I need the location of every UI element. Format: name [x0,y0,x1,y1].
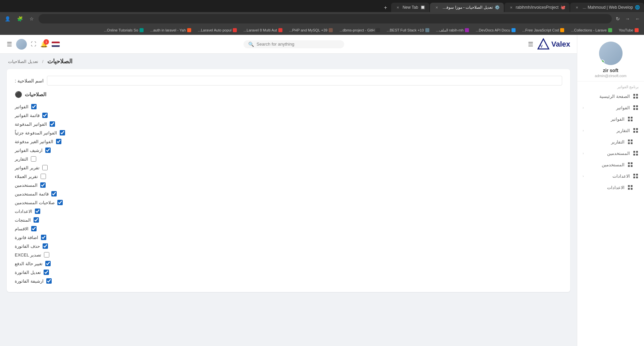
tab-favicon-0: 🌐 [635,5,640,10]
permission-label-0: الفواتير [15,104,29,109]
svg-rect-34 [628,188,630,190]
permission-checkbox-9[interactable] [40,182,46,188]
search-input[interactable] [257,42,339,47]
permission-checkbox-19[interactable] [44,270,49,275]
bookmark-button[interactable]: ☆ [28,15,36,23]
bookmark-fullstack[interactable]: 10+ BEST Full Stack... [384,27,432,33]
profile-button[interactable]: 👤 [3,15,12,23]
permission-checkbox-3[interactable] [60,130,65,135]
sidebar-item-settings[interactable]: الاعدادات [577,182,644,193]
sidebar-item-invoices-section[interactable]: الفواتير ‹ [577,102,644,113]
permission-checkbox-13[interactable] [34,217,39,223]
sidebar-item-users[interactable]: المستخدمين [577,159,644,170]
permission-checkbox-16[interactable] [43,243,48,249]
tab-label-0: Rabih Mahmoud | Web Develop... [582,5,633,10]
address-input[interactable]: 127.0.0.1:8000/roles/2/edit [39,14,612,23]
browser-tab-3[interactable]: 🔲 New Tab ✕ [391,3,429,12]
address-bar-area: ← → ↻ 127.0.0.1:8000/roles/2/edit ☆ 🧩 👤 [0,12,644,25]
permission-checkbox-5[interactable] [45,148,51,153]
tab-favicon-3: 🔲 [420,5,425,10]
permission-checkbox-0[interactable] [31,104,37,109]
bookmark-collections[interactable]: Collections - Larave... [568,27,614,33]
permission-checkbox-11[interactable] [57,200,63,205]
forward-button[interactable]: → [624,15,631,23]
back-button[interactable]: ← [634,15,641,23]
bookmark-laravelpopul[interactable]: Laravel Auto popul... [195,27,239,33]
permission-checkbox-20[interactable] [46,278,52,284]
bookmark-devdocs[interactable]: DevDocs API Docu... [473,27,518,33]
bookmark-php[interactable]: 39+ PHP and MySQL... [286,27,335,33]
permission-checkbox-2[interactable] [50,121,55,127]
permission-label-10: قائمة المستخدمين [15,191,49,196]
permission-checkbox-15[interactable] [41,235,46,240]
permissions-list: الفواتيرقائمة الفواتيرالفواتير المدفوعةا… [15,102,562,285]
settings-icon [627,184,633,190]
header-menu-icon[interactable]: ☰ [528,41,533,48]
bookmark-laravel8[interactable]: Laravel 8 Multi Aut... [241,27,285,33]
bookmark-js[interactable]: Free JavaScript Cod... [520,27,567,33]
sidebar-item-invoices[interactable]: الفواتير [577,113,644,125]
bookmark-icon-tutorials [140,28,144,32]
bookmark-youtube[interactable]: YouTube [616,27,641,33]
extensions-button[interactable]: 🧩 [15,15,25,23]
permission-checkbox-18[interactable] [45,261,51,266]
browser-tab-0[interactable]: 🌐 Rabih Mahmoud | Web Develop... ✕ [570,3,644,12]
deselect-all-button[interactable]: ⚫ [15,91,22,98]
svg-rect-15 [636,131,638,133]
tab-close-2[interactable]: ✕ [434,5,439,10]
reports-icon [627,139,633,145]
valex-logo-text: Valex [551,40,570,49]
permission-checkbox-10[interactable] [51,191,57,196]
svg-rect-35 [631,188,633,190]
sidebar-item-reports-label: التقارير [611,139,625,145]
browser-tab-2[interactable]: ⚙️ تعديل الصلاحيات - موزا سوفت للا... ✕ [430,3,504,12]
tab-favicon-2: ⚙️ [495,5,500,10]
hamburger-icon[interactable]: ☰ [7,41,12,48]
permission-item-7: تقرير الفواتير [15,163,562,172]
permission-checkbox-17[interactable] [44,252,49,257]
notification-badge: 1 [44,39,49,45]
permission-item-3: الفواتير المدفوعة جزئياً [15,128,562,137]
tab-close-1[interactable]: ✕ [508,5,514,10]
header-avatar[interactable] [16,39,27,50]
sidebar-item-home[interactable]: الصفحة الرئيسية [577,91,644,102]
permission-checkbox-6[interactable] [31,156,36,162]
bookmark-tutorials[interactable]: Online Tutorials So... [101,27,146,33]
svg-rect-9 [631,117,633,118]
reload-button[interactable]: ↻ [614,15,621,23]
svg-rect-13 [636,128,638,130]
notification-button[interactable]: 🔔 1 [40,41,48,48]
bookmark-icon-collections [608,28,612,32]
sidebar-item-reports-section[interactable]: التقارير ‹ [577,125,644,136]
bookmark-icon-auth [187,28,191,32]
new-tab-button[interactable]: + [381,3,390,12]
permission-checkbox-12[interactable] [35,209,40,214]
svg-rect-0 [633,94,635,96]
permission-checkbox-7[interactable] [42,165,48,170]
permission-checkbox-8[interactable] [41,174,46,179]
sidebar-item-users-section[interactable]: المستخدمين ‹ [577,148,644,159]
bookmark-rabih[interactable]: rabih-mh الملف... [433,27,472,33]
tab-close-0[interactable]: ✕ [574,5,580,10]
bookmark-auth[interactable]: auth in laravel - Yah... [148,27,194,33]
role-name-input[interactable]: user [47,76,562,85]
sidebar-item-settings-section[interactable]: الاعدادات ‹ [577,170,644,182]
permission-item-12: الاعدادات [15,207,562,216]
svg-rect-3 [636,97,638,99]
bookmark-icon-dbms [376,28,380,32]
bookmark-dbms[interactable]: dbms-project - GitH... [337,27,383,33]
permission-item-9: المستخدمين [15,181,562,189]
sidebar-item-reports-section-content: التقارير [616,127,639,133]
permission-checkbox-4[interactable] [56,139,61,144]
permission-checkbox-14[interactable] [31,226,37,231]
sidebar-item-reports[interactable]: التقارير [577,136,644,148]
permission-label-14: الاقسام [15,226,29,231]
permission-checkbox-1[interactable] [42,113,48,118]
tab-label-1: rabihmh/invoicesProject [516,5,558,10]
permission-item-20: ارشيفة الفاتورة [15,277,562,285]
svg-rect-27 [631,165,633,167]
browser-tab-1[interactable]: 🐙 rabihmh/invoicesProject ✕ [504,3,570,12]
language-flag[interactable] [52,42,60,47]
tab-close-3[interactable]: ✕ [395,5,400,10]
fullscreen-button[interactable]: ⛶ [31,41,36,47]
